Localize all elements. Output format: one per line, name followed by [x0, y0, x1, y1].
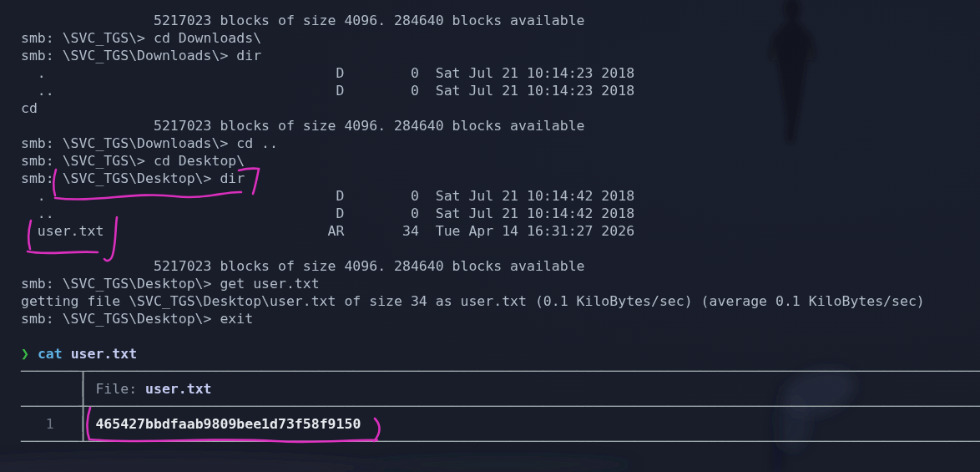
terminal-text-segment: cd	[21, 100, 38, 116]
terminal-text-segment: getting file \SVC_TGS\Desktop\user.txt o…	[21, 293, 925, 309]
screen: { "colors": { "background": "#191d2a", "…	[0, 0, 980, 472]
terminal-text-segment: 5217023 blocks of size 4096. 284640 bloc…	[21, 13, 585, 28]
terminal-line: getting file \SVC_TGS\Desktop\user.txt o…	[21, 292, 980, 310]
terminal-text-segment: smb: \SVC_TGS\> cd Desktop\	[21, 153, 245, 169]
terminal-text-segment: 465427bbdfaab9809bee1d73f58f9150	[88, 416, 361, 432]
terminal-line: 1 │ 465427bbdfaab9809bee1d73f58f9150	[21, 415, 980, 433]
terminal-line: .. D 0 Sat Jul 21 10:14:42 2018	[21, 205, 980, 222]
terminal-text-segment: cat	[38, 346, 63, 362]
terminal-text-segment: smb: \SVC_TGS\Downloads\> cd ..	[21, 135, 278, 151]
terminal-line: user.txt AR 34 Tue Apr 14 16:31:27 2026	[21, 222, 980, 240]
terminal-text-segment: .. D 0 Sat Jul 21 10:14:42 2018	[21, 206, 634, 221]
terminal-text-segment: . D 0 Sat Jul 21 10:14:23 2018	[21, 65, 634, 81]
terminal-text-segment: ───────┼────────────────────────────────…	[21, 398, 980, 414]
terminal-text-segment: smb: \SVC_TGS\Desktop\> dir	[21, 170, 245, 186]
terminal-line: 5217023 blocks of size 4096. 284640 bloc…	[21, 12, 980, 29]
terminal-line	[21, 450, 980, 468]
terminal-text-segment: ❯	[21, 346, 29, 362]
terminal-line: smb: \SVC_TGS\Downloads\> dir	[21, 47, 980, 64]
terminal-line: . D 0 Sat Jul 21 10:14:42 2018	[21, 187, 980, 205]
terminal-line: ───────┴────────────────────────────────…	[21, 433, 980, 450]
terminal-line	[21, 327, 980, 345]
terminal-line: smb: \SVC_TGS\Desktop\> exit	[21, 310, 980, 327]
terminal-line: 5217023 blocks of size 4096. 284640 bloc…	[21, 257, 980, 275]
terminal-text-segment: ───────┴────────────────────────────────…	[21, 434, 980, 449]
terminal-line: smb: \SVC_TGS\Desktop\> dir	[21, 170, 980, 187]
terminal-text-segment	[63, 346, 71, 362]
terminal-line: smb: \SVC_TGS\> cd Desktop\	[21, 152, 980, 170]
terminal-text-segment: smb: \SVC_TGS\Desktop\> exit	[21, 311, 253, 327]
terminal-line	[21, 240, 980, 257]
terminal-text-segment	[29, 346, 38, 362]
terminal-text-segment: File:	[87, 381, 145, 397]
terminal-text-segment: smb: \SVC_TGS\Desktop\> get user.txt	[21, 276, 320, 292]
terminal-line: cd	[21, 99, 980, 117]
terminal-text-segment: │	[54, 416, 88, 432]
terminal-line: ───────┬────────────────────────────────…	[21, 363, 980, 380]
terminal-text-segment: 5217023 blocks of size 4096. 284640 bloc…	[21, 258, 585, 274]
terminal-text-segment: │	[21, 381, 87, 397]
terminal-text-segment: user.txt AR 34 Tue Apr 14 16:31:27 2026	[21, 223, 634, 239]
terminal-text-segment: .. D 0 Sat Jul 21 10:14:23 2018	[21, 83, 634, 99]
terminal-output[interactable]: 5217023 blocks of size 4096. 284640 bloc…	[0, 0, 980, 472]
terminal-text-segment: smb: \SVC_TGS\Downloads\> dir	[21, 48, 261, 63]
terminal-line: . D 0 Sat Jul 21 10:14:23 2018	[21, 64, 980, 82]
terminal-line: smb: \SVC_TGS\Desktop\> get user.txt	[21, 275, 980, 292]
terminal-line: .. D 0 Sat Jul 21 10:14:23 2018	[21, 82, 980, 99]
terminal-text-segment: user.txt	[145, 381, 211, 397]
terminal-line: smb: \SVC_TGS\> cd Downloads\	[21, 29, 980, 47]
terminal-text-segment: user.txt	[71, 346, 137, 362]
terminal-text-segment: ───────┬────────────────────────────────…	[21, 363, 980, 379]
terminal-line: │ File: user.txt	[21, 380, 980, 398]
terminal-line: 5217023 blocks of size 4096. 284640 bloc…	[21, 117, 980, 134]
terminal-line: ───────┼────────────────────────────────…	[21, 398, 980, 415]
terminal-text-segment: 5217023 blocks of size 4096. 284640 bloc…	[21, 118, 585, 134]
terminal-text-segment: smb: \SVC_TGS\> cd Downloads\	[21, 30, 261, 46]
terminal-line: smb: \SVC_TGS\Downloads\> cd ..	[21, 134, 980, 152]
terminal-line: ❯ cat user.txt	[21, 345, 980, 363]
terminal-text-segment: 1	[21, 416, 54, 432]
terminal-text-segment: . D 0 Sat Jul 21 10:14:42 2018	[21, 188, 634, 204]
